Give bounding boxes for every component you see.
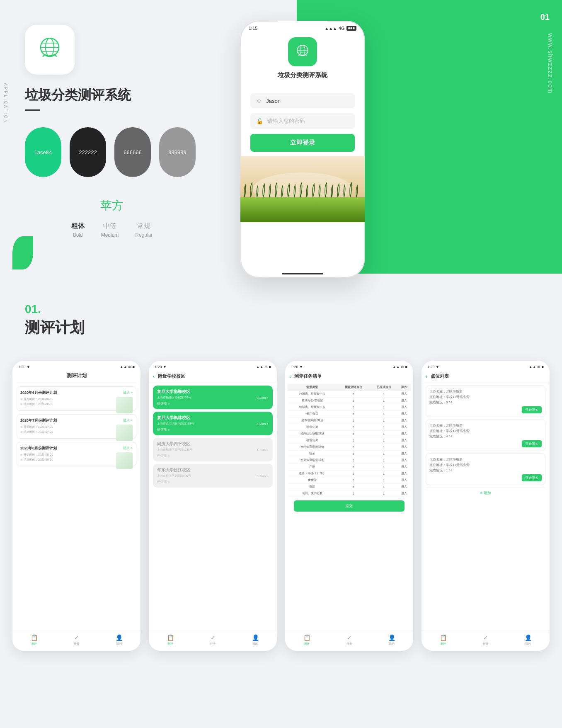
mini-phone-3: 1:20 ▼ ▲▲ ⊕ ■ ‹ 测评任务清单 场景类型 覆盖测评点位 已完成点位…: [285, 361, 413, 651]
point-header: ‹ 点位列表: [422, 371, 550, 382]
nav-assess-2[interactable]: 📋 测评: [167, 634, 174, 646]
task-row: 广场51进入: [288, 464, 411, 471]
phone-grass-image: [240, 156, 365, 222]
nav-task-2[interactable]: ✓ 任务: [210, 634, 216, 646]
task-row: 垃圾房、垃圾集中点51进入: [288, 404, 411, 411]
phone-notch: [278, 21, 327, 32]
add-button[interactable]: ⊕ 增加: [426, 488, 545, 498]
nav-mine-3[interactable]: 👤 我的: [388, 634, 395, 646]
point-card-2: 点位名称：北区垃圾房 点位地址：学校12号宿舍旁 完成情况：4 / 4 开始闯关: [426, 420, 545, 451]
title-underline: [25, 109, 40, 111]
task-header: ‹ 测评任务清单: [285, 371, 413, 382]
login-button[interactable]: 立即登录: [250, 134, 355, 152]
task-row: 楼道/走廊51进入: [288, 424, 411, 431]
plan-item-2: 2020年7月份测评计划 进入 > ⊙ 开始时间：2020-07-01 ⊙ 结束…: [17, 414, 136, 439]
back-arrow[interactable]: ‹: [153, 374, 155, 379]
app-icon: [35, 35, 65, 65]
school-card-2[interactable]: 复旦大学枫林校区 上海市徐汇区医学院路138号 4.2km > 待评测 ○: [153, 412, 273, 435]
task-row: 校内运动场馆/球场51进入: [288, 431, 411, 437]
nav-assess-1[interactable]: 📋 测评: [31, 634, 38, 646]
nav-mine-4[interactable]: 👤 我的: [525, 634, 532, 646]
task-row: 餐厅/食堂51进入: [288, 411, 411, 417]
username-field[interactable]: ☺ Jason: [250, 93, 355, 108]
task-row: 楼道/走廊51进入: [288, 437, 411, 444]
mini-phone-1: 1:20 ▼ ▲▲ ⊕ ■ 测评计划 2020年6月份测评计划 进入 > ⊙ 开…: [12, 361, 140, 651]
mini-status-2: 1:20 ▼ ▲▲ ⊕ ■: [149, 361, 277, 371]
start-btn-1[interactable]: 开始闯关: [522, 406, 542, 413]
school-card-1[interactable]: 复旦大学邯郸校区 上海市杨浦区邯郸路220号 3.2km > 待评测 ○: [153, 386, 273, 409]
section-number: 01.: [25, 303, 85, 316]
side-label: APPLICATION: [3, 83, 8, 124]
font-weights: 粗体 Bold 中等 Medium 常规 Regular: [25, 222, 199, 238]
mini-phones-row: 1:20 ▼ ▲▲ ⊕ ■ 测评计划 2020年6月份测评计划 进入 > ⊙ 开…: [12, 361, 550, 651]
font-name: 苹方: [25, 198, 199, 214]
mini-content-2: 复旦大学邯郸校区 上海市杨浦区邯郸路220号 3.2km > 待评测 ○ 复旦大…: [149, 382, 277, 493]
font-section: 苹方 粗体 Bold 中等 Medium 常规 Regular: [25, 198, 199, 238]
mini-title-1: 测评计划: [17, 371, 136, 383]
school-card-3[interactable]: 同济大学四平校区 上海市杨浦区四平路1239号 1.2km > 已评测 ○: [153, 438, 273, 461]
phone-app-icon: [288, 37, 317, 66]
font-weight-regular: 常规 Regular: [135, 222, 153, 238]
point-card-1: 点位名称：北区垃圾房 点位地址：学校12号宿舍旁 完成情况：0 / 4 开始闯关: [426, 386, 545, 417]
app-icon-wrapper: [25, 25, 75, 75]
section-01: 01. 测评计划: [25, 303, 85, 338]
page-number: 01: [540, 12, 550, 22]
mini-status-3: 1:20 ▼ ▲▲ ⊕ ■: [285, 361, 413, 371]
task-table: 场景类型 覆盖测评点位 已完成点位 操作 垃圾房、垃圾集中点51进入 教学办公/…: [288, 384, 411, 497]
task-row: 室外体育场/篮球场51进入: [288, 457, 411, 464]
color-swatches: 1ace84 222222 666666 999999: [25, 127, 199, 177]
left-panel: 垃圾分类测评系统 1ace84 222222 666666 999999 苹方 …: [25, 25, 199, 250]
school-header: ‹ 附近学校校区: [149, 371, 277, 382]
task-row: 访问、复访分数51进入: [288, 490, 411, 497]
username-value: Jason: [266, 98, 281, 104]
font-weight-bold: 粗体 Bold: [71, 222, 85, 238]
home-indicator: [282, 273, 323, 274]
task-row: 食食堂51进入: [288, 477, 411, 484]
task-row: 垃圾房、垃圾集中点51进入: [288, 391, 411, 398]
svg-rect-12: [240, 197, 365, 222]
nav-task-3[interactable]: ✓ 任务: [346, 634, 352, 646]
bottom-nav-1: 📋 测评 ✓ 任务 👤 我的: [12, 631, 140, 651]
point-card-3: 点位名称：北区垃圾房 点位地址：学校12号宿舍旁 完成情况：1 / 4 开始闯关: [426, 454, 545, 485]
mini-content-4: 点位名称：北区垃圾房 点位地址：学校12号宿舍旁 完成情况：0 / 4 开始闯关…: [422, 382, 550, 502]
plan-item-3: 2020年8月份测评计划 进入 > ⊙ 开始时间：2020-08-01 ⊙ 结束…: [17, 442, 136, 466]
phone-mockup-area: 1:15 ▲▲▲ 4G ■■■ 垃圾分类测评系统 ☺: [240, 21, 365, 278]
nav-task-1[interactable]: ✓ 任务: [74, 634, 80, 646]
nav-mine-1[interactable]: 👤 我的: [116, 634, 123, 646]
nav-task-4[interactable]: ✓ 任务: [483, 634, 489, 646]
bottom-nav-2: 📋 测评 ✓ 任务 👤 我的: [149, 631, 277, 651]
task-row: 宿舍51进入: [288, 451, 411, 457]
plan-item-1: 2020年6月份测评计划 进入 > ⊙ 开始时间：2020-06-01 ⊙ 结束…: [17, 386, 136, 411]
task-row: 超市/便利店/商店51进入: [288, 417, 411, 424]
password-placeholder: 请输入您的密码: [267, 117, 305, 125]
task-row: 道路（种植/工厂等）51进入: [288, 471, 411, 477]
task-row: 室内体育场/游泳馆51进入: [288, 444, 411, 451]
font-weight-medium: 中等 Medium: [101, 222, 119, 238]
app-title: 垃圾分类测评系统: [25, 86, 199, 104]
submit-button[interactable]: 提交: [294, 500, 405, 512]
nav-assess-3[interactable]: 📋 测评: [303, 634, 310, 646]
website-text: www.shwzzzz.com: [547, 33, 554, 94]
task-row: 道路51进入: [288, 484, 411, 490]
task-row: 教学办公/管理室51进入: [288, 398, 411, 404]
user-icon: ☺: [256, 97, 262, 104]
start-btn-3[interactable]: 开始闯关: [522, 474, 542, 481]
section-title: 测评计划: [25, 318, 85, 338]
bottom-nav-3: 📋 测评 ✓ 任务 👤 我的: [285, 631, 413, 651]
bottom-nav-4: 📋 测评 ✓ 任务 👤 我的: [422, 631, 550, 651]
swatch-gray: 666666: [114, 127, 151, 177]
swatch-black: 222222: [70, 127, 106, 177]
phone-login-content: ☺ Jason 🔒 请输入您的密码 立即登录: [240, 89, 365, 156]
nav-mine-2[interactable]: 👤 我的: [252, 634, 259, 646]
phone-app-title: 垃圾分类测评系统: [240, 71, 365, 79]
mini-content-1: 2020年6月份测评计划 进入 > ⊙ 开始时间：2020-06-01 ⊙ 结束…: [12, 383, 140, 473]
phone-mockup: 1:15 ▲▲▲ 4G ■■■ 垃圾分类测评系统 ☺: [240, 21, 365, 278]
password-field[interactable]: 🔒 请输入您的密码: [250, 113, 355, 129]
start-btn-2[interactable]: 开始闯关: [522, 440, 542, 447]
nav-assess-4[interactable]: 📋 测评: [440, 634, 447, 646]
mini-status-1: 1:20 ▼ ▲▲ ⊕ ■: [12, 361, 140, 371]
school-card-4[interactable]: 华东大学松江校区 上海市松江区龙源路500号 9.2km > 已评测 ○: [153, 464, 273, 488]
mini-phone-2: 1:20 ▼ ▲▲ ⊕ ■ ‹ 附近学校校区 复旦大学邯郸校区 上海市杨浦区邯郸…: [149, 361, 277, 651]
lock-icon: 🔒: [256, 118, 263, 124]
mini-phone-4: 1:20 ▼ ▲▲ ⊕ ■ ‹ 点位列表 点位名称：北区垃圾房 点位地址：学校1…: [422, 361, 550, 651]
